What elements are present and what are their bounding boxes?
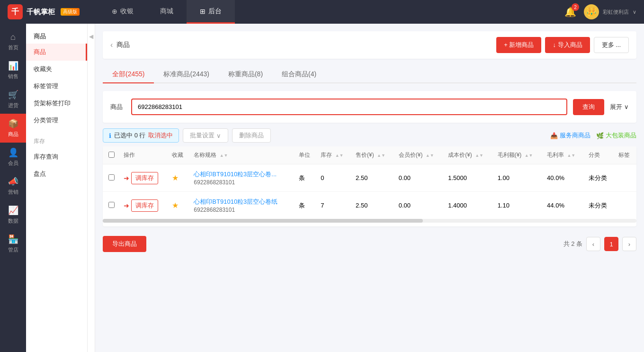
- expand-button[interactable]: 展开 ∨: [610, 103, 629, 111]
- import-product-button[interactable]: ↓ 导入商品: [545, 37, 590, 53]
- selected-info: ℹ 已选中 0 行 取消选中: [103, 128, 179, 143]
- star-icon[interactable]: ★: [172, 201, 179, 209]
- row1-stock: 0: [317, 164, 352, 192]
- tab-combo[interactable]: 组合商品(4): [272, 66, 326, 83]
- row2-name: 心相印BT91010粒3层空心卷纸 6922868283101: [190, 192, 295, 219]
- row2-unit: 条: [295, 192, 317, 219]
- collapse-icon: ◀: [89, 33, 93, 40]
- sub-sidebar-title: 商品: [26, 27, 87, 44]
- next-page-button[interactable]: ›: [622, 237, 636, 251]
- sub-sidebar-item-inventory[interactable]: 库存查询: [26, 148, 87, 165]
- toolbar: ℹ 已选中 0 行 取消选中 批量设置 ∨ 删除商品 📥 服务商商品 🌿 大包装…: [103, 128, 636, 143]
- tab-standard[interactable]: 标准商品(2443): [154, 66, 218, 83]
- row2-member-price: 0.00: [395, 192, 444, 219]
- logo-area: 千 千帆掌柜 高级版: [8, 4, 80, 19]
- row2-stock: 7: [317, 192, 352, 219]
- sub-sidebar: 商品 商品 收藏夹 标签管理 货架标签打印 分类管理 库存 库存查询 盘点: [26, 24, 88, 352]
- service-product-button[interactable]: 📥 服务商商品: [550, 131, 590, 140]
- product-link-1[interactable]: 心相印BT91010粒3层空心卷...: [194, 171, 277, 178]
- sidebar-item-marketing[interactable]: 📣 营销: [0, 171, 26, 200]
- sub-sidebar-item-tags[interactable]: 标签管理: [26, 78, 87, 95]
- service-icon: 📥: [550, 132, 558, 139]
- cancel-select-button[interactable]: 取消选中: [148, 131, 173, 140]
- purchase-icon: 🛒: [8, 90, 18, 100]
- row1-favorite[interactable]: ★: [168, 164, 190, 192]
- table-scrollbar-thumb[interactable]: [103, 219, 423, 223]
- adjust-stock-button-2[interactable]: 调库存: [131, 199, 158, 212]
- row1-gross-rate: 40.0%: [543, 164, 585, 192]
- header-name-spec[interactable]: 名称规格 ▲▼: [190, 146, 295, 164]
- header-gross-profit[interactable]: 毛利额(¥) ▲▼: [494, 146, 543, 164]
- nav-tab-mall[interactable]: 商城: [147, 0, 187, 24]
- products-table: 操作 收藏 名称规格 ▲▼ 单位 库存 ▲▼ 售价(¥) ▲▼ 会员价(¥) ▲…: [103, 146, 636, 226]
- adjust-stock-button-1[interactable]: 调库存: [131, 172, 158, 184]
- product-link-2[interactable]: 心相印BT91010粒3层空心卷纸: [194, 198, 277, 205]
- notification-bell[interactable]: 🔔 2: [564, 6, 576, 18]
- sidebar-item-purchase[interactable]: 🛒 进货: [0, 85, 26, 114]
- more-button[interactable]: 更多 ...: [594, 37, 629, 53]
- table: 操作 收藏 名称规格 ▲▼ 单位 库存 ▲▼ 售价(¥) ▲▼ 会员价(¥) ▲…: [103, 146, 636, 219]
- search-bar: 商品 查询 展开 ∨: [103, 91, 636, 123]
- bulk-icon: 🌿: [596, 132, 604, 139]
- chevron-down-icon: ∨: [216, 132, 221, 139]
- header-checkbox[interactable]: [103, 146, 120, 164]
- sub-sidebar-item-category[interactable]: 分类管理: [26, 112, 87, 129]
- sidebar-collapse-toggle[interactable]: ◀: [88, 24, 95, 352]
- chevron-down-icon: ∨: [624, 103, 629, 110]
- sub-sidebar-item-shelf-print[interactable]: 货架标签打印: [26, 95, 87, 112]
- content-area: ‹ 商品 + 新增商品 ↓ 导入商品 更多 ... 全部(2455) 标准商品(…: [95, 24, 644, 352]
- nav-tab-backend[interactable]: ⊞ 后台: [187, 0, 235, 24]
- page-title: 商品: [116, 41, 130, 49]
- sidebar-item-members[interactable]: 👤 会员: [0, 143, 26, 171]
- members-icon: 👤: [8, 147, 18, 158]
- bulk-package-button[interactable]: 🌿 大包装商品: [596, 131, 636, 140]
- search-input[interactable]: [131, 99, 567, 115]
- header-gross-rate[interactable]: 毛利率 ▲▼: [543, 146, 585, 164]
- user-area[interactable]: 👑 彩虹便利店 ∨: [584, 4, 636, 19]
- avatar: 👑: [584, 4, 599, 19]
- select-all-checkbox[interactable]: [108, 152, 115, 158]
- export-product-button[interactable]: 导出商品: [103, 236, 146, 252]
- breadcrumb-bar: ‹ 商品 + 新增商品 ↓ 导入商品 更多 ...: [103, 31, 636, 59]
- header-sale-price[interactable]: 售价(¥) ▲▼: [352, 146, 395, 164]
- row1-operation: ➜ 调库存: [120, 164, 168, 192]
- batch-settings-button[interactable]: 批量设置 ∨: [183, 128, 228, 143]
- row2-checkbox[interactable]: [103, 192, 120, 219]
- prev-page-button[interactable]: ‹: [586, 237, 600, 251]
- table-row: ➜ 调库存 ★ 心相印BT91010粒3层空心卷纸 6922868283101 …: [103, 192, 636, 219]
- row2-favorite[interactable]: ★: [168, 192, 190, 219]
- sidebar-item-products[interactable]: 📦 商品: [0, 114, 26, 143]
- nav-tab-cashier[interactable]: ⊕ 收银: [98, 0, 147, 24]
- header-stock[interactable]: 库存 ▲▼: [317, 146, 352, 164]
- add-product-button[interactable]: + 新增商品: [496, 37, 541, 53]
- sub-sidebar-item-stocktake[interactable]: 盘点: [26, 165, 87, 182]
- header-cost-price[interactable]: 成本价(¥) ▲▼: [444, 146, 493, 164]
- tab-bar: 全部(2455) 标准商品(2443) 称重商品(8) 组合商品(4): [103, 66, 636, 83]
- row2-sale-price: 2.50: [352, 192, 395, 219]
- query-button[interactable]: 查询: [573, 99, 604, 115]
- sidebar-item-sales[interactable]: 📊 销售: [0, 56, 26, 85]
- tab-all[interactable]: 全部(2455): [103, 66, 154, 83]
- star-icon[interactable]: ★: [172, 174, 179, 182]
- sidebar-item-data[interactable]: 📈 数据: [0, 200, 26, 229]
- product-code-2: 6922868283101: [194, 207, 235, 213]
- products-icon: 📦: [8, 118, 18, 129]
- sidebar-item-store[interactable]: 🏪 管店: [0, 229, 26, 258]
- search-label: 商品: [110, 103, 125, 111]
- logo-badge: 高级版: [61, 8, 80, 16]
- sidebar: ⌂ 首页 📊 销售 🛒 进货 📦 商品 👤 会员 📣 营销 📈 数据 🏪: [0, 24, 26, 352]
- table-scrollbar[interactable]: [103, 219, 636, 223]
- product-code-1: 6922868283101: [194, 179, 235, 186]
- tab-weight[interactable]: 称重商品(8): [219, 66, 272, 83]
- row1-checkbox[interactable]: [103, 164, 120, 192]
- header-member-price[interactable]: 会员价(¥) ▲▼: [395, 146, 444, 164]
- sub-sidebar-item-products[interactable]: 商品: [26, 44, 87, 61]
- sub-sidebar-item-favorites[interactable]: 收藏夹: [26, 61, 87, 78]
- delete-product-button[interactable]: 删除商品: [232, 128, 271, 143]
- back-button[interactable]: ‹: [110, 41, 113, 49]
- row1-unit: 条: [295, 164, 317, 192]
- current-page-button[interactable]: 1: [604, 237, 618, 251]
- store-icon: 🏪: [8, 234, 18, 244]
- home-icon: ⌂: [10, 32, 16, 42]
- sidebar-item-home[interactable]: ⌂ 首页: [0, 27, 26, 56]
